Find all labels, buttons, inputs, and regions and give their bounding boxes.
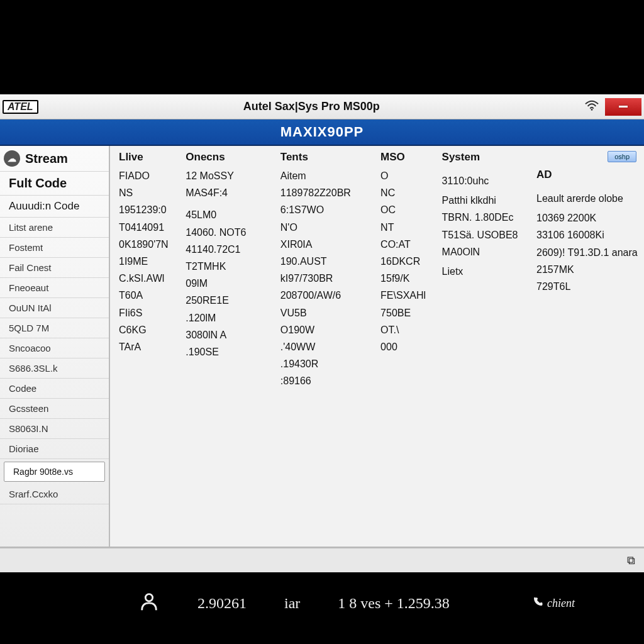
column-4: System3110:0uhcPatthi klkdhiTBRN. 1.80DE… — [442, 151, 525, 541]
close-button[interactable] — [605, 98, 641, 116]
cell: Lietx — [442, 264, 525, 279]
cell: 250RE1E — [186, 293, 269, 308]
wifi-icon — [585, 100, 599, 114]
sidebar-item-1[interactable]: Fult Code — [0, 172, 109, 196]
status-right[interactable]: chient — [532, 596, 575, 611]
sidebar-item-3[interactable]: Litst arene — [0, 218, 109, 238]
sidebar-item-label: Srarf.Ccxko — [9, 489, 58, 499]
brand-badge: ATEL — [3, 100, 38, 114]
cell: 45LM0 — [186, 208, 269, 222]
sidebar-item-label: 5QLD 7M — [9, 323, 49, 333]
sidebar-item-8[interactable]: 5QLD 7M — [0, 318, 109, 338]
sidebar-item-4[interactable]: Fostemt — [0, 238, 109, 258]
cell: NS — [119, 186, 174, 200]
cell: OC — [380, 203, 430, 217]
sidebar-item-label: Dioriae — [9, 443, 39, 454]
cell: 0K1890'7N — [119, 237, 174, 252]
cell: 3110:0uhc — [442, 174, 525, 188]
sidebar-item-label: Fail Cnest — [9, 262, 52, 273]
cell: O190W — [280, 323, 369, 337]
cell: TArA — [119, 340, 174, 354]
sidebar-item-label: Stream — [25, 152, 68, 166]
cell: 09lM — [186, 276, 269, 291]
cell: NT — [380, 220, 430, 235]
cell: 3080lN A — [186, 328, 269, 342]
cell: CO:AT — [380, 237, 430, 252]
cell: C.kSI.AWl — [119, 271, 174, 286]
cell: T60A — [119, 288, 174, 303]
cell: T0414091 — [119, 220, 174, 235]
cell: T51Sä. USOBE8 — [442, 228, 525, 242]
cell: N'O — [280, 220, 369, 235]
cell: 2157MK — [536, 262, 636, 277]
sidebar-item-11[interactable]: Codee — [0, 379, 109, 399]
cell: VU5B — [280, 306, 369, 320]
sidebar-item-label: Litst arene — [9, 222, 53, 233]
column-3: MSOONCOCNTCO:AT16DKCR15f9/KFE\SXAHl750BE… — [380, 151, 430, 541]
window-title: Autel Sax|Sys Pro MS00p — [38, 100, 585, 113]
footer-icon[interactable]: ⧉ — [627, 554, 635, 567]
cell: .'40WW — [280, 340, 369, 354]
cell: MA0OlN — [442, 245, 525, 259]
banner-title: MAXIX90PP — [0, 119, 644, 146]
cell: XIR0IA — [280, 237, 369, 252]
cell: TBRN. 1.80DEc — [442, 210, 525, 225]
sidebar-item-7[interactable]: OuUN ItAl — [0, 298, 109, 318]
column-1: Onecns12 MoSSYMAS4F:445LM014060. NOT6411… — [186, 151, 269, 541]
sidebar-item-label: Fult Code — [9, 176, 67, 190]
sidebar-item-16[interactable]: Srarf.Ccxko — [0, 484, 109, 504]
titlebar: ATEL Autel Sax|Sys Pro MS00p — [0, 94, 644, 119]
cell: .120lM — [186, 311, 269, 325]
sidebar-item-2[interactable]: Auuudi:n Code — [0, 196, 109, 218]
sidebar-item-label: Fostemt — [9, 242, 43, 253]
sidebar: ☁StreamFult CodeAuuudi:n CodeLitst arene… — [0, 146, 110, 547]
column-header: Llive — [119, 151, 174, 164]
cell: 15f9/K — [380, 271, 430, 286]
sidebar-item-12[interactable]: Gcssteen — [0, 399, 109, 419]
app-window: ATEL Autel Sax|Sys Pro MS00p MAXIX90PP ☁… — [0, 94, 644, 572]
sidebar-item-label: Sncoacoo — [9, 343, 51, 353]
column-header: System — [442, 151, 525, 164]
cell: 1951239:0 — [119, 203, 174, 217]
status-value: 2.90261 — [197, 595, 247, 612]
cell: 12 MoSSY — [186, 169, 269, 183]
cell: NC — [380, 186, 430, 200]
cell: MAS4F:4 — [186, 186, 269, 200]
cell: 190.AUST — [280, 254, 369, 269]
cell: 2609)! T91.3D.1 anara — [536, 245, 636, 260]
sidebar-item-9[interactable]: Sncoacoo — [0, 338, 109, 358]
sidebar-item-label: S8063I.N — [9, 423, 48, 434]
sidebar-item-15[interactable]: Ragbr 90t8e.vs — [4, 462, 105, 482]
sidebar-item-6[interactable]: Fneoeaut — [0, 278, 109, 298]
column-header: Onecns — [186, 151, 269, 164]
cell: 10369 2200K — [536, 211, 636, 225]
cell: 1189782Z20BR — [280, 186, 369, 200]
phone-icon — [532, 596, 543, 611]
sidebar-item-0[interactable]: ☁Stream — [0, 146, 109, 172]
footer-bar: ⧉ — [0, 548, 644, 572]
sidebar-item-label: Auuudi:n Code — [9, 200, 79, 212]
sidebar-item-10[interactable]: S686.3SL.k — [0, 358, 109, 379]
sidebar-item-5[interactable]: Fail Cnest — [0, 258, 109, 278]
cell: C6KG — [119, 323, 174, 337]
cell: FE\SXAHl — [380, 288, 430, 303]
column-header: AD — [536, 169, 636, 181]
cell: 33106 16008Ki — [536, 228, 636, 242]
cell: 750BE — [380, 306, 430, 320]
sidebar-item-label: Fneoeaut — [9, 282, 48, 293]
body: ☁StreamFult CodeAuuudi:n CodeLitst arene… — [0, 146, 644, 547]
cell: Aitem — [280, 169, 369, 183]
cell: Leault arerde olobe — [536, 191, 636, 206]
cell: .19430R — [280, 357, 369, 371]
side-chip[interactable]: oshp — [608, 151, 636, 162]
sidebar-item-13[interactable]: S8063I.N — [0, 419, 109, 439]
sidebar-item-14[interactable]: Dioriae — [0, 439, 109, 459]
cell: FIi6S — [119, 306, 174, 320]
cloud-icon: ☁ — [4, 150, 20, 167]
svg-point-0 — [591, 109, 593, 111]
cell: Patthi klkdhi — [442, 193, 525, 208]
cell: 1I9ME — [119, 254, 174, 269]
cell: FIADO — [119, 169, 174, 183]
cell: 14060. NOT6 — [186, 225, 269, 240]
data-grid: LliveFIADONS1951239:0T04140910K1890'7N1I… — [110, 146, 644, 547]
